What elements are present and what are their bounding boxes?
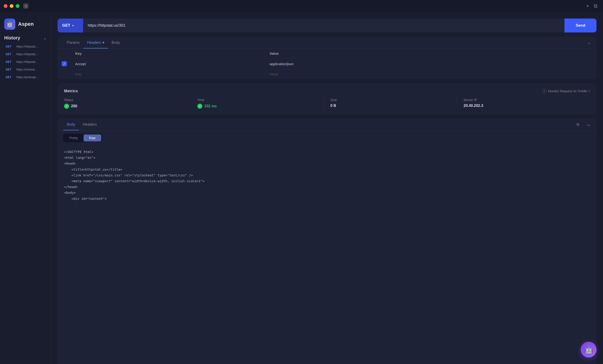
code-line: <link href="/css/main.css" rel="styleshe…	[64, 173, 590, 178]
status-check-icon: ✓	[64, 104, 69, 109]
tab-body[interactable]: Body	[108, 37, 124, 48]
response-code-block: <!DOCTYPE html> <html lang="en"> <head> …	[58, 145, 596, 364]
sidebar-header: 🤖 Aspen	[0, 16, 51, 34]
tab-response-body[interactable]: Body	[63, 119, 79, 130]
send-button[interactable]: Send	[565, 19, 596, 33]
titlebar: ⊟ + ⧉	[0, 0, 603, 12]
history-url: https://notreal...	[16, 68, 37, 71]
key-cell[interactable]: Accept	[71, 58, 266, 69]
pretty-button[interactable]: Pretty	[64, 134, 83, 142]
history-section: History ⌄ GET https://httpstat... GET ht…	[0, 34, 51, 83]
info-icon: i	[542, 89, 547, 93]
status-metric: Status ✓ 200	[64, 98, 191, 109]
method-badge: GET	[6, 53, 14, 56]
server-ip-metric: Server IP 20.40.202.3	[464, 98, 590, 109]
key-col-header: Key	[71, 49, 266, 58]
status-value: ✓ 200	[64, 104, 184, 109]
status-label: Status	[64, 98, 184, 102]
raw-button[interactable]: Raw	[83, 134, 101, 142]
tab-response-headers[interactable]: Headers	[79, 119, 100, 130]
method-chevron-icon: ▾	[72, 24, 74, 27]
history-label-row: History ⌄	[4, 35, 47, 41]
expand-button[interactable]: ⧉	[594, 3, 597, 9]
chat-bubble-icon: 🤖	[584, 346, 593, 354]
method-badge: GET	[6, 45, 14, 48]
status-number: 200	[71, 104, 77, 108]
request-panel: Params Headers Body ⌄ Key Value	[58, 37, 596, 79]
history-url: https://pokeapi...	[16, 75, 38, 79]
tab-headers[interactable]: Headers	[83, 37, 108, 48]
method-badge: GET	[6, 68, 14, 71]
list-item[interactable]: GET https://httpstat...	[4, 51, 47, 58]
app-name: Aspen	[18, 21, 34, 27]
row-checkbox-cell[interactable]: ✓	[58, 58, 71, 69]
code-line: <div id="content">	[64, 196, 590, 202]
add-button[interactable]: +	[586, 3, 589, 9]
list-item[interactable]: GET https://notreal...	[4, 66, 47, 73]
tab-active-indicator	[103, 42, 104, 43]
time-metric: Time ✓ 332 ms	[197, 98, 324, 109]
list-item[interactable]: GET https://pokeapi...	[4, 74, 47, 81]
url-bar: GET ▾ Send	[58, 19, 596, 33]
monitor-link[interactable]: i Monitor Request on Treblle >	[542, 89, 590, 93]
table-row: Key Value	[58, 69, 596, 79]
response-panel: Body Headers ⧉ ↓ ⌄ Pretty Raw <!DOCTYPE …	[58, 119, 596, 364]
app-body: 🤖 Aspen History ⌄ GET https://httpstat..…	[0, 12, 603, 364]
method-label: GET	[62, 23, 70, 28]
code-line: <head>	[64, 162, 76, 165]
metrics-title: Metrics	[64, 89, 78, 93]
time-label: Time	[197, 98, 317, 102]
history-collapse-icon[interactable]: ⌄	[43, 35, 47, 41]
table-row: ✓ Accept application/json	[58, 58, 596, 69]
metrics-header: Metrics i Monitor Request on Treblle >	[64, 89, 590, 93]
panel-collapse-icon[interactable]: ⌄	[587, 40, 591, 45]
maximize-button[interactable]	[16, 4, 20, 8]
server-ip-label: Server IP	[464, 98, 583, 102]
code-line: <meta name="viewport" content="width=dev…	[64, 178, 590, 184]
server-ip-value: 20.40.202.3	[464, 104, 583, 108]
checkbox-checked-icon[interactable]: ✓	[62, 61, 67, 66]
close-button[interactable]	[4, 4, 7, 8]
list-item[interactable]: GET https://httpstat...	[4, 58, 47, 65]
minimize-button[interactable]	[10, 4, 13, 8]
code-line: </head>	[64, 185, 78, 189]
method-badge: GET	[6, 76, 14, 79]
value-cell-empty[interactable]: Value	[266, 69, 596, 79]
headers-table: Key Value ✓ Accept application/json K	[58, 49, 596, 79]
copy-icon[interactable]: ⧉	[574, 121, 581, 128]
history-label: History	[4, 35, 20, 41]
request-tabs: Params Headers Body ⌄	[58, 37, 596, 49]
history-url: https://httpstat...	[16, 52, 38, 56]
value-col-header: Value	[266, 49, 596, 58]
titlebar-actions: + ⧉	[586, 3, 597, 9]
checkbox-col-header	[58, 49, 71, 58]
time-value: ✓ 332 ms	[197, 104, 317, 109]
pretty-raw-toggle: Pretty Raw	[63, 134, 102, 142]
traffic-lights	[4, 4, 20, 8]
method-badge: GET	[6, 60, 14, 64]
history-url: https://httpstat...	[16, 45, 38, 48]
metrics-grid: Status ✓ 200 Time ✓ 332 ms Size	[64, 98, 590, 109]
main-content: GET ▾ Send Params Headers Body ⌄	[51, 12, 603, 364]
response-collapse-icon[interactable]: ⌄	[587, 122, 591, 127]
size-value: 0 B	[331, 104, 451, 108]
code-line: <body>	[64, 191, 76, 195]
monitor-link-label: Monitor Request on Treblle >	[548, 89, 590, 93]
code-line: <title>httpstat.us</title>	[64, 167, 590, 173]
list-item[interactable]: GET https://httpstat...	[4, 43, 47, 50]
size-label: Size	[331, 98, 451, 102]
value-cell[interactable]: application/json	[266, 58, 596, 69]
method-select[interactable]: GET ▾	[58, 19, 83, 33]
key-cell-empty[interactable]: Key	[71, 69, 266, 79]
code-line: <html lang="en">	[64, 156, 95, 160]
row-checkbox-cell	[58, 69, 71, 79]
url-input[interactable]	[83, 19, 565, 33]
window-tile-icon: ⊟	[23, 3, 28, 9]
time-number: 332 ms	[204, 104, 217, 108]
chat-bubble[interactable]: 🤖	[581, 342, 596, 357]
code-line: <!DOCTYPE html>	[64, 150, 93, 154]
app-logo: 🤖	[4, 19, 15, 30]
history-url: https://httpstat...	[16, 60, 38, 64]
response-tabs: Body Headers ⧉ ↓ ⌄	[58, 119, 596, 131]
tab-params[interactable]: Params	[63, 37, 83, 48]
